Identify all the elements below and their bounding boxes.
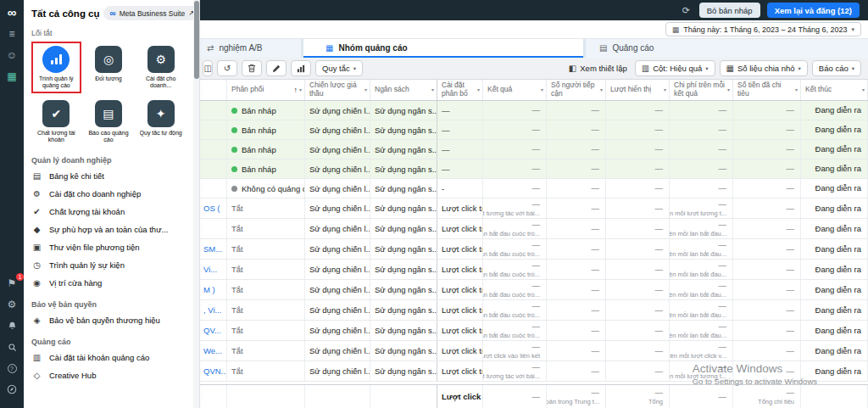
bell-icon[interactable]: [4, 318, 19, 333]
view-setup-toggle[interactable]: ◧ Xem thiết lập: [569, 64, 627, 73]
campaign-name-link[interactable]: QVN...: [203, 366, 227, 376]
date-range-picker[interactable]: ▦ Tháng này: 1 Tháng 6, 2023 – 24 Tháng …: [665, 22, 861, 36]
shortcut-ads-manager[interactable]: Trình quản lý quảng cáo: [31, 42, 81, 93]
tab-ab-test[interactable]: ⇄nghiệm A/B: [200, 39, 301, 58]
value-subtitle: Trên mỗi lần bắt đầu...: [670, 231, 726, 238]
table-row[interactable]: Vi...TắtSử dụng chiến l...Sử dụng ngân s…: [200, 260, 868, 280]
campaign-name-link[interactable]: , Vi...: [203, 305, 221, 315]
campaign-name-link[interactable]: QV...: [203, 326, 221, 335]
value-subtitle: tài khoản trong Trung t...: [547, 399, 599, 405]
sidebar-item[interactable]: ◉Vị trí cửa hàng: [31, 274, 186, 292]
ads-manager-icon: [42, 46, 70, 73]
value-subtitle: Trên mỗi lượt tương t...: [670, 373, 726, 380]
table-row[interactable]: Bản nhápSử dụng chiến l...Sử dụng ngân s…: [200, 120, 868, 140]
sidebar-item[interactable]: ⚙Cài đặt cho doanh nghiệp: [31, 185, 186, 203]
sidebar-item[interactable]: ◆Sự phù hợp và an toàn của thư...: [31, 221, 186, 238]
table-row[interactable]: QV...TắtSử dụng chiến l...Sử dụng ngân s…: [200, 321, 868, 341]
scrollbar-thumb[interactable]: [194, 1, 199, 79]
column-header-3[interactable]: Ngân sách▾: [370, 80, 437, 100]
sidebar-item[interactable]: ◷Trình quản lý sự kiện: [31, 256, 186, 274]
columns-button[interactable]: ▥ Cột: Hiệu quả ▾: [635, 60, 715, 76]
shortcut-settings-gear[interactable]: ⚙Cài đặt cho doanh...: [136, 42, 186, 93]
table-row[interactable]: Bản nhápSử dụng chiến l...Sử dụng ngân s…: [200, 140, 868, 159]
tab-ads[interactable]: ▤Quảng cáo: [586, 39, 868, 58]
campaign-name-link[interactable]: M ): [203, 285, 215, 294]
column-header-7[interactable]: Lượt hiển thị▾: [606, 80, 670, 100]
undo-button[interactable]: ↺: [217, 60, 237, 76]
cell-amount-spent: —: [733, 280, 801, 299]
sidebar-scrollbar[interactable]: [193, 0, 200, 408]
help-icon[interactable]: ?: [4, 360, 19, 376]
sort-caret-icon: ▾: [795, 87, 798, 93]
refresh-icon[interactable]: ⟳: [680, 4, 693, 17]
view-setup-label: Xem thiết lập: [580, 64, 626, 73]
column-header-10[interactable]: Kết thúc▾: [801, 80, 868, 100]
cell-attribution-setting: Lượt click tro...: [437, 361, 483, 381]
table-row[interactable]: We...TắtSử dụng chiến l...Sử dụng ngân s…: [200, 341, 868, 361]
sidebar-item[interactable]: ✔Chất lượng tài khoản: [31, 203, 186, 221]
delete-button[interactable]: [242, 60, 262, 76]
table-row[interactable]: Bản nhápSử dụng chiến l...Sử dụng ngân s…: [200, 101, 868, 120]
table-row[interactable]: Không có quảng cáoSử dụng chiến l...Sử d…: [200, 179, 868, 198]
table-row[interactable]: , Vi...TắtSử dụng chiến l...Sử dụng ngân…: [200, 300, 868, 321]
table-row[interactable]: OS (TắtSử dụng chiến l...Sử dụng ngân s.…: [200, 198, 868, 219]
table-row[interactable]: SM...TắtSử dụng chiến l...Sử dụng ngân s…: [200, 239, 868, 260]
shortcut-quality-check[interactable]: ✔Chất lượng tài khoản: [31, 96, 81, 148]
table-row[interactable]: QVN...TắtSử dụng chiến l...Sử dụng ngân …: [200, 361, 868, 382]
sidebar-item-label: Trình quản lý sự kiện: [49, 260, 125, 270]
search-icon[interactable]: [4, 339, 19, 355]
discard-draft-button[interactable]: Bỏ bản nháp: [699, 3, 760, 18]
value: —: [532, 393, 541, 401]
shortcut-ads-reporting[interactable]: ▤Báo cáo quảng cáo: [84, 96, 134, 148]
support-icon[interactable]: ☺: [4, 48, 19, 63]
reports-label: Báo cáo: [819, 64, 849, 73]
campaign-name-link[interactable]: SM...: [203, 244, 222, 254]
sidebar-item[interactable]: ▤Bảng kê chi tiết: [31, 167, 186, 185]
sidebar-item[interactable]: ◈Bảo vệ bản quyền thương hiệu: [31, 311, 186, 329]
table-row[interactable]: TắtSử dụng chiến l...Sử dụng ngân s...Lư…: [200, 219, 868, 239]
status-dot-icon: [231, 127, 237, 133]
delivery-status-off: Tắt: [231, 285, 243, 294]
value: —: [655, 245, 664, 254]
delivery-status: Không có quảng cáo: [242, 184, 305, 193]
campaign-name-link[interactable]: OS (: [203, 204, 220, 213]
tab-ad-sets[interactable]: ▦Nhóm quảng cáo: [303, 39, 583, 58]
reports-button[interactable]: Báo cáo ▾: [812, 60, 861, 76]
column-header-9[interactable]: Số tiền đã chi tiêu▾: [733, 80, 801, 100]
quality-check-icon: ✔: [31, 207, 42, 216]
meta-business-suite-button[interactable]: ∞ Meta Business Suite ↗: [103, 6, 193, 20]
sidebar-item[interactable]: ◇Creative Hub: [31, 366, 186, 384]
shortcut-automated-rules[interactable]: ✦Quy tắc tự động: [136, 96, 186, 148]
sidebar-item[interactable]: ▣Thư viện file phương tiện: [31, 238, 186, 256]
all-tools-icon[interactable]: ▦: [4, 69, 19, 84]
column-header-1[interactable]: Phân phối↑▾: [227, 80, 305, 100]
rules-button[interactable]: Quy tắc ▾: [315, 60, 363, 76]
duplicate-button[interactable]: ◫: [203, 60, 213, 76]
campaign-name-link[interactable]: Vi...: [203, 265, 217, 274]
cell-delivery: Tắt: [227, 300, 305, 320]
column-header-5[interactable]: Kết quả▾: [483, 80, 547, 100]
column-header-6[interactable]: Số người tiếp cận▾: [547, 80, 606, 100]
edit-button[interactable]: [266, 60, 287, 76]
menu-icon[interactable]: ≡: [4, 26, 19, 42]
notifications-icon[interactable]: ⚑ 1: [4, 276, 19, 291]
compass-icon[interactable]: [4, 382, 19, 397]
charts-button[interactable]: [291, 60, 311, 76]
column-header-4[interactable]: Cài đặt phân bổ▾: [437, 80, 483, 100]
review-publish-button[interactable]: Xem lại và đăng (12): [767, 3, 860, 18]
settings-gear-icon[interactable]: ⚙: [4, 297, 19, 312]
meta-logo-icon[interactable]: ∞: [4, 4, 19, 20]
tab-label: Quảng cáo: [612, 43, 654, 53]
column-header-2[interactable]: Chiến lược giá thầu▾: [305, 80, 370, 100]
breakdown-button[interactable]: ▦ Số liệu chia nhỏ ▾: [720, 60, 808, 76]
table-row[interactable]: Bản nhápSử dụng chiến l...Sử dụng ngân s…: [200, 159, 868, 179]
campaign-name-link[interactable]: We...: [203, 346, 222, 355]
section-title: Bảo vệ bản quyền: [31, 300, 186, 309]
table-row[interactable]: M )TắtSử dụng chiến l...Sử dụng ngân s..…: [200, 280, 868, 300]
column-header-8[interactable]: Chi phí trên mỗi kết quả▾: [670, 80, 733, 100]
column-label: Chi phí trên mỗi kết quả: [674, 81, 726, 98]
sidebar-item-label: Chất lượng tài khoản: [49, 207, 125, 216]
totals-empty: [200, 385, 227, 408]
sidebar-item[interactable]: ▥Cài đặt tài khoản quảng cáo: [31, 349, 186, 366]
shortcut-audiences[interactable]: ◎Đối tượng: [84, 42, 134, 93]
